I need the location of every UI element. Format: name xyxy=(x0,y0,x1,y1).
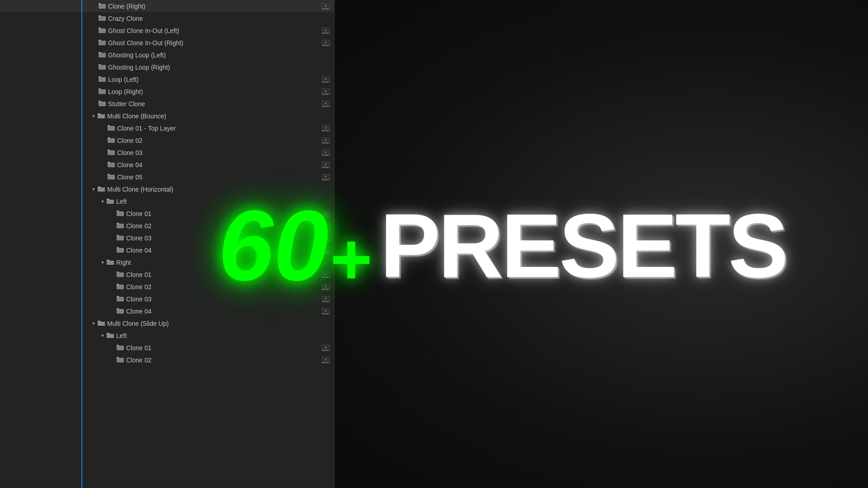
folder-item[interactable]: ▼ Multi Clone (Bounce) xyxy=(0,110,335,122)
preview-icon[interactable] xyxy=(322,28,330,34)
clip-item[interactable]: Clone 04 xyxy=(0,244,335,256)
clip-item[interactable]: Clone 03 xyxy=(0,232,335,244)
folder-item[interactable]: ▼ Multi Clone (Horizontal) xyxy=(0,183,335,195)
svg-rect-163 xyxy=(117,223,119,224)
svg-rect-110 xyxy=(322,142,324,144)
preview-icon[interactable] xyxy=(322,308,330,314)
clip-item[interactable]: Clone 03 xyxy=(0,293,335,305)
preview-icon[interactable] xyxy=(322,101,330,107)
clip-item[interactable]: Ghost Clone In-Out (Left) xyxy=(0,24,335,37)
clip-item[interactable]: Clone 02 xyxy=(0,281,335,293)
svg-rect-111 xyxy=(324,142,326,144)
svg-rect-88 xyxy=(326,106,328,107)
chevron-icon[interactable]: ▼ xyxy=(99,259,106,266)
clip-item[interactable]: Clone 03 xyxy=(0,146,335,159)
chevron-icon[interactable]: ▼ xyxy=(90,320,97,327)
preview-icon[interactable] xyxy=(322,235,330,241)
svg-rect-159 xyxy=(324,216,326,217)
svg-rect-135 xyxy=(324,167,326,168)
svg-rect-91 xyxy=(108,125,110,127)
svg-rect-171 xyxy=(324,228,326,229)
clip-item[interactable]: Crazy Clone xyxy=(0,12,335,24)
clip-item[interactable]: Clone (Right) xyxy=(0,0,335,12)
chevron-icon[interactable]: ▼ xyxy=(90,113,97,119)
svg-rect-182 xyxy=(322,240,324,241)
clip-icon xyxy=(108,162,115,168)
svg-rect-194 xyxy=(322,252,324,253)
preview-icon[interactable] xyxy=(322,296,330,302)
preview-icon[interactable] xyxy=(322,272,330,278)
clip-icon xyxy=(99,3,106,9)
item-label: Ghost Clone In-Out (Right) xyxy=(108,39,322,47)
chevron-icon[interactable]: ▼ xyxy=(90,186,97,192)
svg-rect-87 xyxy=(324,106,326,107)
item-label: Clone (Right) xyxy=(108,3,322,10)
preview-icon[interactable] xyxy=(322,76,330,83)
item-label: Loop (Right) xyxy=(108,88,322,95)
svg-rect-196 xyxy=(326,252,328,253)
preview-icon[interactable] xyxy=(322,40,330,46)
svg-rect-243 xyxy=(324,313,326,314)
preview-icon[interactable] xyxy=(322,345,330,351)
svg-rect-38 xyxy=(322,45,324,46)
clip-icon xyxy=(117,357,124,363)
clip-icon xyxy=(99,40,106,46)
clip-icon xyxy=(108,125,115,131)
clip-item[interactable]: Loop (Right) xyxy=(0,85,335,98)
preview-icon[interactable] xyxy=(322,284,330,290)
svg-rect-86 xyxy=(322,106,324,107)
preview-icon[interactable] xyxy=(322,137,330,144)
svg-rect-175 xyxy=(117,235,119,236)
clip-icon xyxy=(99,64,106,70)
preview-icon[interactable] xyxy=(322,150,330,156)
svg-rect-199 xyxy=(117,272,119,273)
preview-icon[interactable] xyxy=(322,174,330,180)
clip-icon xyxy=(99,15,106,21)
svg-rect-232 xyxy=(326,301,328,302)
svg-rect-218 xyxy=(322,289,324,290)
svg-rect-244 xyxy=(326,313,328,314)
clip-item[interactable]: Clone 01 - Top Layer xyxy=(0,122,335,134)
chevron-icon[interactable]: ▼ xyxy=(99,333,106,339)
clip-item[interactable]: Clone 04 xyxy=(0,159,335,171)
folder-item[interactable]: ▼ Right xyxy=(0,256,335,268)
chevron-icon[interactable]: ▼ xyxy=(99,198,106,205)
clip-item[interactable]: Ghosting Loop (Right) xyxy=(0,61,335,73)
preview-icon[interactable] xyxy=(322,357,330,363)
clip-icon xyxy=(99,28,106,33)
folder-item[interactable]: ▼ Multi Clone (Slide Up) xyxy=(0,317,335,329)
preview-icon[interactable] xyxy=(322,3,330,9)
folder-icon xyxy=(107,198,114,204)
preview-icon[interactable] xyxy=(322,125,330,131)
clip-item[interactable]: Clone 04 xyxy=(0,305,335,317)
clip-item[interactable]: Loop (Left) xyxy=(0,73,335,85)
folder-item[interactable]: ▼ Left xyxy=(0,329,335,342)
svg-rect-242 xyxy=(322,313,324,314)
item-label: Ghosting Loop (Left) xyxy=(108,52,335,59)
svg-rect-19 xyxy=(99,28,101,29)
item-label: Clone 05 xyxy=(117,174,322,181)
preview-icon[interactable] xyxy=(322,162,330,168)
item-label: Clone 04 xyxy=(126,308,322,315)
clip-item[interactable]: Clone 01 xyxy=(0,207,335,220)
clip-item[interactable]: Clone 02 xyxy=(0,220,335,232)
svg-rect-223 xyxy=(117,296,119,297)
clip-item[interactable]: Clone 02 xyxy=(0,354,335,366)
clip-item[interactable]: Clone 05 xyxy=(0,171,335,183)
svg-rect-100 xyxy=(326,130,328,131)
folder-item[interactable]: ▼ Left xyxy=(0,195,335,207)
clip-icon xyxy=(117,235,124,241)
svg-rect-255 xyxy=(324,350,326,351)
clip-item[interactable]: Ghost Clone In-Out (Right) xyxy=(0,37,335,49)
clip-item[interactable]: Ghosting Loop (Left) xyxy=(0,49,335,61)
clip-item[interactable]: Clone 02 xyxy=(0,134,335,146)
preview-icon[interactable] xyxy=(322,247,330,253)
preview-icon[interactable] xyxy=(322,211,330,217)
clip-item[interactable]: Clone 01 xyxy=(0,342,335,354)
clip-item[interactable]: Stutter Clone xyxy=(0,98,335,110)
svg-rect-231 xyxy=(324,301,326,302)
svg-rect-98 xyxy=(322,130,324,131)
clip-item[interactable]: Clone 01 xyxy=(0,268,335,281)
preview-icon[interactable] xyxy=(322,89,330,95)
preview-icon[interactable] xyxy=(322,223,330,229)
